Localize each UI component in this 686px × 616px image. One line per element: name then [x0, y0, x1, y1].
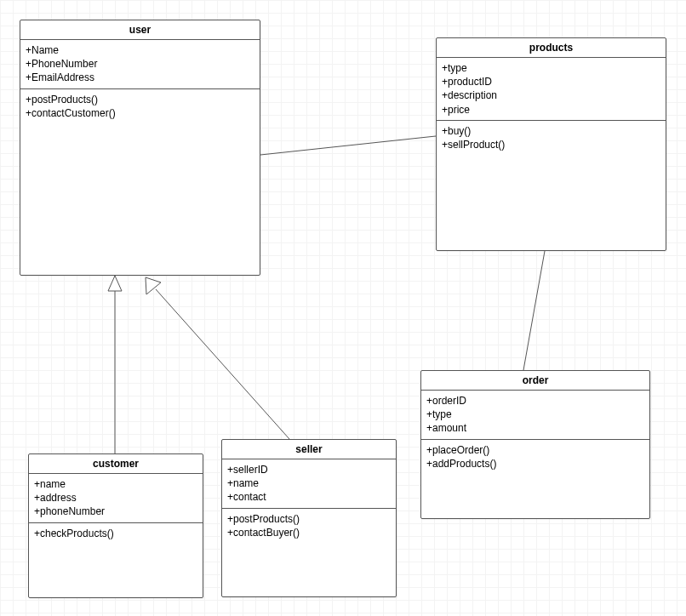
class-seller-methods: +postProducts() +contactBuyer()	[222, 509, 396, 543]
class-user-attributes: +Name +PhoneNumber +EmailAddress	[20, 40, 260, 89]
method: +contactBuyer()	[227, 526, 391, 539]
attr: +type	[426, 408, 644, 421]
class-user-methods: +postProducts() +contactCustomer()	[20, 89, 260, 123]
class-products-attributes: +type +productID +description +price	[437, 58, 666, 121]
attr: +type	[442, 61, 660, 75]
class-seller[interactable]: seller +sellerID +name +contact +postPro…	[221, 439, 397, 597]
attr: +orderID	[426, 394, 644, 408]
method: +postProducts()	[227, 512, 391, 526]
attr: +name	[227, 476, 391, 490]
method: +placeOrder()	[426, 443, 644, 457]
attr: +amount	[426, 421, 644, 435]
attr: +name	[34, 477, 197, 491]
attr: +contact	[227, 490, 391, 504]
class-customer-attributes: +name +address +phoneNumber	[29, 474, 203, 523]
svg-marker-5	[146, 277, 161, 294]
class-products-methods: +buy() +sellProduct()	[437, 121, 666, 155]
method: +postProducts()	[26, 93, 254, 106]
class-products[interactable]: products +type +productID +description +…	[436, 37, 666, 251]
attr: +sellerID	[227, 463, 391, 476]
method: +checkProducts()	[34, 527, 197, 540]
class-user[interactable]: user +Name +PhoneNumber +EmailAddress +p…	[20, 20, 260, 276]
method: +sellProduct()	[442, 138, 660, 151]
attr: +description	[442, 88, 660, 102]
class-customer-methods: +checkProducts()	[29, 523, 203, 544]
svg-line-1	[523, 251, 545, 370]
method: +buy()	[442, 124, 660, 138]
class-customer-title: customer	[29, 454, 203, 474]
class-order-methods: +placeOrder() +addProducts()	[421, 440, 649, 474]
attr: +phoneNumber	[34, 505, 197, 518]
class-seller-title: seller	[222, 440, 396, 459]
diagram-canvas: { "classes": { "user": { "name": "user",…	[0, 0, 686, 616]
svg-line-4	[156, 289, 289, 439]
attr: +productID	[442, 75, 660, 88]
class-user-title: user	[20, 20, 260, 40]
class-customer[interactable]: customer +name +address +phoneNumber +ch…	[28, 453, 203, 598]
class-products-title: products	[437, 38, 666, 58]
class-order[interactable]: order +orderID +type +amount +placeOrder…	[420, 370, 650, 519]
class-order-title: order	[421, 371, 649, 391]
attr: +Name	[26, 43, 254, 57]
attr: +PhoneNumber	[26, 57, 254, 71]
method: +addProducts()	[426, 457, 644, 471]
svg-line-0	[260, 136, 436, 155]
attr: +price	[442, 103, 660, 117]
class-seller-attributes: +sellerID +name +contact	[222, 459, 396, 509]
attr: +address	[34, 491, 197, 505]
method: +contactCustomer()	[26, 106, 254, 120]
svg-marker-3	[108, 276, 122, 291]
class-order-attributes: +orderID +type +amount	[421, 391, 649, 440]
attr: +EmailAddress	[26, 71, 254, 84]
